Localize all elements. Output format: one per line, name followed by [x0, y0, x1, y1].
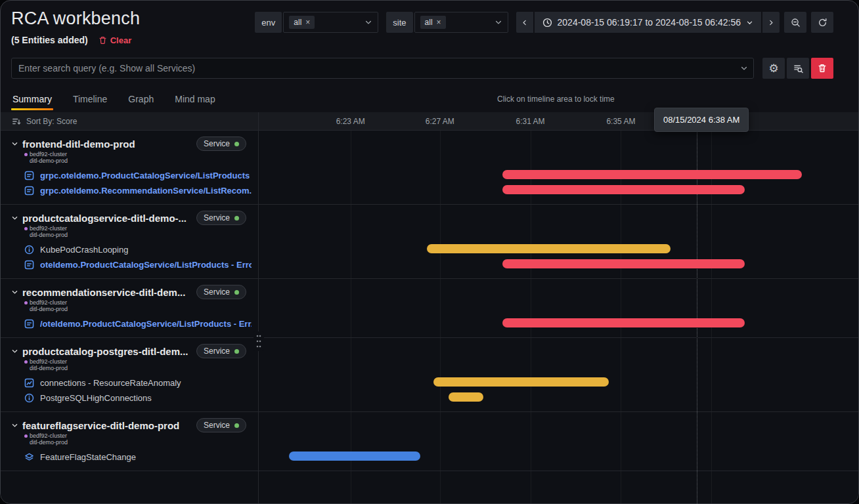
zoom-out-button[interactable]: [784, 12, 806, 33]
panel-resize-handle[interactable]: [253, 331, 264, 351]
time-axis[interactable]: 6:23 AM6:27 AM6:31 AM6:35 AM: [259, 112, 858, 130]
trace-link-item[interactable]: /oteldemo.ProductCatalogService/ListProd…: [11, 316, 252, 331]
remove-env-chip-icon[interactable]: ×: [305, 18, 310, 26]
chevron-down-icon: [364, 18, 372, 26]
env-filter-chip: all ×: [289, 16, 315, 29]
service-status-dot: [234, 142, 239, 146]
query-inspector-button[interactable]: [787, 58, 809, 79]
entity-name[interactable]: frontend-ditl-demo-prod: [22, 138, 135, 150]
sort-control[interactable]: Sort By: Score: [1, 112, 259, 130]
entity-type-label: Service: [204, 421, 230, 430]
trace-link-label[interactable]: /oteldemo.ProductCatalogService/ListProd…: [40, 319, 252, 329]
timeline-bar-critical[interactable]: [502, 259, 745, 268]
delete-query-button[interactable]: [811, 58, 833, 79]
timeline-lane[interactable]: [259, 279, 858, 337]
timeline-lane[interactable]: [259, 412, 858, 471]
entity-group: productcatalog-postgres-ditl-dem... Serv…: [1, 338, 858, 412]
timeline-lane[interactable]: [259, 338, 858, 411]
alert-label[interactable]: FeatureFlagStateChange: [40, 452, 136, 462]
grip-dots-icon: [255, 333, 262, 349]
refresh-button[interactable]: [811, 12, 833, 33]
timeline-bar-warning[interactable]: [427, 244, 671, 253]
alert-item[interactable]: FeatureFlagStateChange: [11, 450, 252, 465]
alert-label[interactable]: PostgreSQLHighConnections: [40, 393, 152, 403]
namespace-name: ditl-demo-prod: [30, 158, 252, 164]
timeline-bar-critical[interactable]: [502, 185, 745, 194]
trace-link-item[interactable]: grpc.oteldemo.ProductCatalogService/List…: [11, 168, 252, 183]
time-shift-forward-button[interactable]: [762, 12, 780, 33]
timeline-bar-warning[interactable]: [449, 392, 484, 402]
tab-summary[interactable]: Summary: [11, 88, 53, 110]
time-hover-tooltip: 08/15/2024 6:38 AM: [654, 108, 749, 132]
tab-graph[interactable]: Graph: [127, 88, 155, 110]
timeline-bar-info[interactable]: [289, 452, 420, 461]
axis-tick-label: 6:23 AM: [336, 112, 365, 131]
collapse-chevron-icon[interactable]: [11, 140, 18, 148]
sort-icon: [12, 117, 21, 126]
namespace-name: ditl-demo-prod: [30, 306, 252, 312]
page-title: RCA workbench: [11, 7, 140, 30]
entity-group: frontend-ditl-demo-prod Service bedf92-c…: [1, 131, 858, 205]
timeline-bar-critical[interactable]: [502, 170, 803, 179]
service-status-dot: [234, 349, 239, 354]
entity-name[interactable]: productcatalog-postgres-ditl-dem...: [22, 346, 188, 357]
chevron-down-icon[interactable]: [740, 64, 748, 72]
entity-type-label: Service: [204, 213, 230, 222]
env-filter-select[interactable]: all ×: [283, 12, 378, 33]
entity-name[interactable]: featureflagservice-ditl-demo-prod: [22, 420, 179, 431]
site-filter-select[interactable]: all ×: [414, 12, 508, 33]
tab-mind-map[interactable]: Mind map: [173, 88, 216, 110]
clear-entities-button[interactable]: Clear: [99, 35, 132, 45]
trace-link-label[interactable]: oteldemo.ProductCatalogService/ListProdu…: [40, 260, 252, 270]
settings-button[interactable]: ⚙: [762, 58, 785, 79]
search-input[interactable]: [11, 58, 754, 79]
entity-children: /oteldemo.ProductCatalogService/ListProd…: [11, 316, 252, 331]
alert-item[interactable]: connections - ResourceRateAnomaly: [11, 375, 252, 390]
remove-site-chip-icon[interactable]: ×: [437, 18, 441, 26]
entity-group-header: recommendationservice-ditl-dem... Servic…: [11, 285, 252, 299]
entities-row: (5 Entities added) Clear: [11, 33, 140, 47]
collapse-chevron-icon[interactable]: [11, 348, 18, 355]
alert-label[interactable]: KubePodCrashLooping: [40, 245, 128, 255]
timeline-lane[interactable]: [259, 131, 858, 204]
tabs: SummaryTimelineGraphMind map: [11, 88, 217, 110]
entity-name[interactable]: productcatalogservice-ditl-demo-...: [22, 213, 187, 224]
alert-item[interactable]: PostgreSQLHighConnections: [11, 390, 252, 406]
tab-timeline[interactable]: Timeline: [72, 88, 108, 110]
timeline-lane[interactable]: [259, 205, 858, 278]
cluster-name: bedf92-cluster: [30, 358, 67, 365]
alert-item[interactable]: KubePodCrashLooping: [11, 242, 252, 257]
site-filter-chip: all ×: [420, 16, 446, 29]
time-range-picker[interactable]: 2024-08-15 06:19:17 to 2024-08-15 06:42:…: [535, 12, 761, 33]
trace-link-item[interactable]: grpc.oteldemo.RecommendationService/List…: [11, 183, 252, 198]
search-list-icon: [793, 64, 803, 74]
trace-link-label[interactable]: grpc.oteldemo.ProductCatalogService/List…: [40, 171, 252, 180]
entity-group-header: frontend-ditl-demo-prod Service: [11, 137, 252, 150]
env-filter: env all ×: [255, 12, 378, 33]
alert-label[interactable]: connections - ResourceRateAnomaly: [40, 378, 181, 388]
collapse-chevron-icon[interactable]: [11, 215, 18, 222]
trace-link-item[interactable]: oteldemo.ProductCatalogService/ListProdu…: [11, 257, 252, 272]
site-filter-label: site: [386, 12, 412, 33]
sort-label: Sort By: Score: [26, 117, 77, 126]
search-box: [11, 58, 754, 79]
entity-group-header: productcatalogservice-ditl-demo-... Serv…: [11, 211, 252, 224]
trace-link-label[interactable]: grpc.oteldemo.RecommendationService/List…: [40, 186, 252, 196]
collapse-chevron-icon[interactable]: [11, 289, 18, 296]
clear-label: Clear: [110, 35, 132, 45]
timeline-bar-critical[interactable]: [502, 318, 745, 327]
gear-icon: ⚙: [768, 62, 778, 75]
topbar-right: env all × site all ×: [255, 12, 833, 33]
timeline-bar-warning[interactable]: [433, 377, 609, 387]
trace-icon: [24, 186, 35, 196]
time-picker-group: 2024-08-15 06:19:17 to 2024-08-15 06:42:…: [516, 12, 833, 33]
entity-type-label: Service: [204, 346, 230, 356]
time-shift-back-button[interactable]: [516, 12, 533, 33]
rca-workbench-window: RCA workbench (5 Entities added) Clear e…: [0, 0, 859, 504]
collapse-chevron-icon[interactable]: [11, 422, 18, 429]
cluster-dot: [24, 227, 28, 230]
filler-timeline[interactable]: [259, 471, 858, 503]
entity-type-label: Service: [204, 139, 230, 148]
entity-name[interactable]: recommendationservice-ditl-dem...: [22, 287, 185, 298]
entity-type-badge: Service: [196, 285, 246, 299]
